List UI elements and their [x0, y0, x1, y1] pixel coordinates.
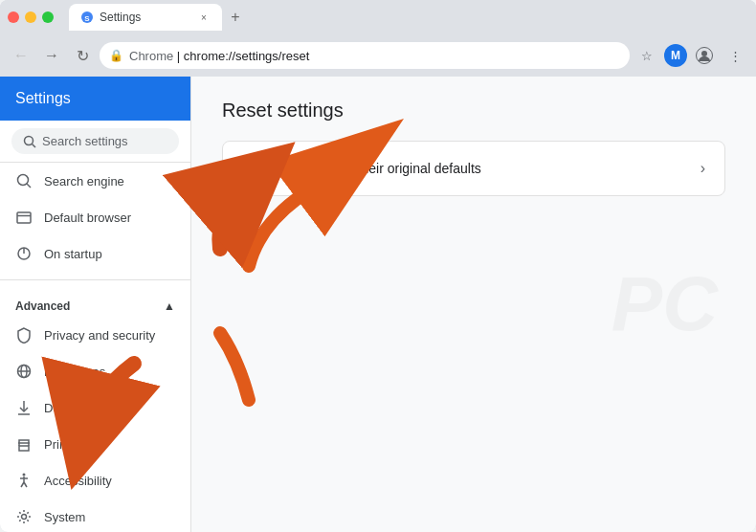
row-arrow-icon: › [700, 160, 705, 177]
svg-text:S: S [84, 14, 90, 23]
downloads-icon [15, 399, 33, 416]
svg-line-5 [33, 144, 36, 147]
sidebar-search-bar[interactable]: Search settings [11, 128, 179, 154]
svg-point-24 [22, 515, 27, 520]
sidebar-item-label: Languages [44, 365, 105, 379]
sidebar-search-container: Search settings [0, 121, 190, 163]
account-button[interactable] [691, 42, 718, 69]
sidebar-item-privacy-security[interactable]: Privacy and security [0, 317, 190, 353]
sidebar-item-search-engine[interactable]: Search engine [0, 163, 190, 199]
refresh-button[interactable]: ↻ [69, 42, 96, 69]
tab-close-button[interactable]: × [197, 11, 211, 24]
watermark: PC [611, 260, 718, 348]
print-icon [15, 435, 33, 453]
sidebar-item-label: Default browser [44, 211, 131, 225]
sidebar-item-label: On startup [44, 247, 102, 261]
sidebar-item-downloads[interactable]: Downloads [0, 389, 190, 426]
accessibility-icon [15, 472, 33, 489]
sidebar-divider [0, 279, 190, 280]
close-button[interactable] [8, 11, 19, 23]
search-engine-icon [15, 172, 33, 189]
title-bar: S Settings × + [0, 0, 756, 34]
svg-point-4 [25, 136, 33, 144]
sidebar-item-label: Privacy and security [44, 328, 155, 343]
svg-line-23 [24, 482, 27, 487]
sidebar-title: Settings [0, 77, 190, 121]
restore-defaults-row[interactable]: Restore settings to their original defau… [223, 142, 724, 195]
sidebar-item-accessibility[interactable]: Accessibility [0, 462, 190, 499]
system-icon [15, 508, 33, 525]
menu-button[interactable]: ⋮ [722, 42, 748, 69]
sidebar-advanced-section[interactable]: Advanced ▲ [0, 288, 190, 317]
sidebar-item-label: Printing [44, 437, 86, 452]
svg-line-7 [27, 184, 31, 188]
sidebar-item-on-startup[interactable]: On startup [0, 235, 190, 272]
sidebar-item-label: Accessibility [44, 474, 112, 488]
page-title: Reset settings [222, 100, 725, 122]
sidebar-item-system[interactable]: System [0, 499, 190, 532]
svg-rect-17 [19, 446, 29, 451]
tab-favicon-icon: S [80, 11, 94, 24]
svg-rect-8 [17, 212, 31, 223]
sidebar-item-default-browser[interactable]: Default browser [0, 199, 190, 235]
languages-icon [15, 363, 33, 380]
privacy-icon [15, 326, 33, 344]
sidebar-navigation: Search engine Default browser On startup [0, 163, 190, 532]
bookmark-button[interactable]: ☆ [634, 42, 660, 69]
sidebar: Settings Search settings Search engine [0, 77, 191, 532]
sidebar-item-label: System [44, 510, 85, 524]
sidebar-search-placeholder: Search settings [42, 134, 128, 148]
sidebar-item-printing[interactable]: Printing [0, 426, 190, 462]
sidebar-item-languages[interactable]: Languages [0, 353, 190, 389]
browser-window: S Settings × + ← → ↻ 🔒 Chrome | chrome:/… [0, 0, 756, 532]
tab-bar: S Settings × + [69, 4, 748, 31]
address-bar[interactable]: 🔒 Chrome | chrome://settings/reset [100, 42, 630, 69]
sidebar-item-label: Downloads [44, 401, 105, 415]
window-controls [8, 11, 54, 23]
svg-point-3 [701, 51, 707, 56]
profile-button[interactable]: M [664, 44, 687, 67]
main-content: PC Reset settings Restore settings to th… [191, 77, 756, 532]
address-text: Chrome | chrome://settings/reset [129, 49, 620, 63]
chevron-up-icon: ▲ [164, 299, 175, 313]
lock-icon: 🔒 [109, 49, 123, 62]
new-tab-button[interactable]: + [222, 4, 249, 31]
svg-point-6 [18, 175, 29, 186]
forward-button[interactable]: → [38, 42, 65, 69]
default-browser-icon [15, 209, 33, 226]
maximize-button[interactable] [42, 11, 54, 23]
on-startup-icon [15, 245, 33, 262]
svg-line-22 [21, 482, 24, 487]
restore-defaults-label: Restore settings to their original defau… [242, 161, 700, 176]
sidebar-item-label: Search engine [44, 174, 124, 188]
search-icon [23, 135, 36, 148]
tab-title: Settings [100, 11, 141, 24]
page-content: Settings Search settings Search engine [0, 77, 756, 532]
svg-point-19 [23, 474, 26, 477]
active-tab[interactable]: S Settings × [69, 4, 222, 31]
settings-card: Restore settings to their original defau… [222, 141, 725, 196]
minimize-button[interactable] [25, 11, 36, 23]
back-button[interactable]: ← [8, 42, 34, 69]
address-bar-row: ← → ↻ 🔒 Chrome | chrome://settings/reset… [0, 34, 756, 77]
